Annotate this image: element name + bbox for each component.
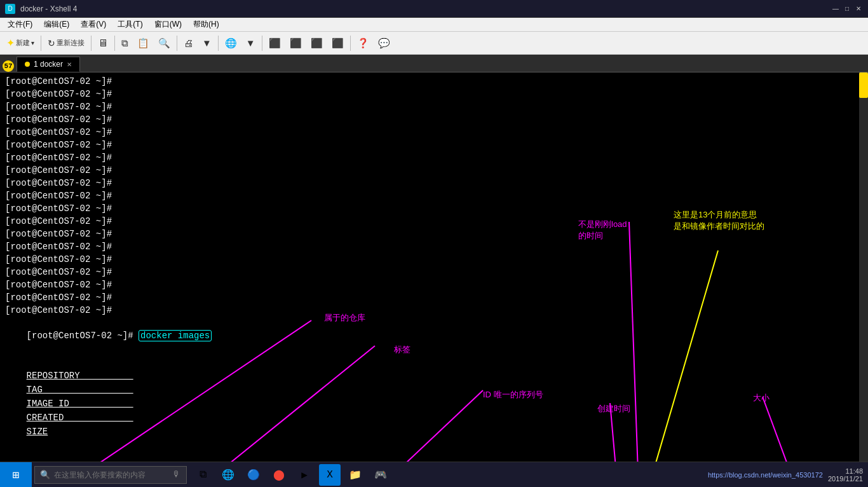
- terminal-line-1: [root@CentOS7-02 ~]#: [5, 75, 863, 88]
- col-created: CREATED: [27, 413, 133, 423]
- terminal-line-14: [root@CentOS7-02 ~]#: [5, 240, 863, 253]
- title-bar-left: D docker - Xshell 4: [5, 4, 77, 14]
- terminal-line-8: [root@CentOS7-02 ~]#: [5, 164, 863, 177]
- reconnect-button[interactable]: ↻ 重新连接: [44, 34, 88, 52]
- taskbar-icon-app3[interactable]: ▶: [294, 464, 315, 486]
- toolbar-icon-1[interactable]: 🖥: [94, 34, 112, 52]
- toolbar-icon-copy[interactable]: ⧉: [118, 34, 132, 52]
- toolbar-sep-1: [41, 36, 41, 51]
- taskbar-icon-app1[interactable]: 🔵: [243, 464, 264, 486]
- mic-icon: 🎙: [172, 470, 180, 479]
- new-button[interactable]: ✦ 新建 ▾: [3, 34, 38, 52]
- maximize-button[interactable]: □: [843, 4, 851, 13]
- taskbar-icon-browser[interactable]: 🌐: [217, 464, 239, 486]
- toolbar-help-button[interactable]: ❓: [353, 34, 373, 52]
- menu-help[interactable]: 帮助(H): [188, 18, 224, 31]
- start-button[interactable]: ⊞: [0, 462, 32, 488]
- terminal-line-17: [root@CentOS7-02 ~]#: [5, 278, 863, 291]
- close-button[interactable]: ✕: [854, 4, 863, 13]
- terminal-line-15: [root@CentOS7-02 ~]#: [5, 253, 863, 266]
- taskbar-icon-files[interactable]: 📁: [344, 464, 366, 486]
- toolbar-chat-button[interactable]: 💬: [374, 34, 394, 52]
- toolbar-icon-8[interactable]: ⬛: [307, 34, 327, 52]
- terminal-line-9: [root@CentOS7-02 ~]#: [5, 177, 863, 189]
- toolbar-icon-print[interactable]: 🖨: [180, 34, 197, 52]
- table-header: REPOSITORY TAG IMAGE ID CREATED SIZE: [5, 355, 863, 453]
- menu-edit[interactable]: 编辑(E): [39, 18, 74, 31]
- toolbar-sep-4: [177, 36, 177, 51]
- toolbar-sep-2: [91, 36, 92, 51]
- tab-label: 1 docker: [34, 60, 63, 69]
- terminal-line-6: [root@CentOS7-02 ~]#: [5, 139, 863, 151]
- terminal-line-12: [root@CentOS7-02 ~]#: [5, 215, 863, 228]
- terminal-line-4: [root@CentOS7-02 ~]#: [5, 113, 863, 126]
- title-bar: D docker - Xshell 4 — □ ✕: [0, 0, 868, 18]
- terminal[interactable]: [root@CentOS7-02 ~]# [root@CentOS7-02 ~]…: [0, 72, 868, 462]
- terminal-line-2: [root@CentOS7-02 ~]#: [5, 88, 863, 100]
- search-input[interactable]: [54, 470, 168, 479]
- toolbar-icon-paste[interactable]: 📋: [133, 34, 153, 52]
- toolbar-icon-5[interactable]: ▼: [242, 34, 259, 52]
- tab-indicator: [25, 62, 30, 67]
- window-controls[interactable]: — □ ✕: [831, 4, 863, 13]
- toolbar-sep-3: [114, 36, 115, 51]
- toolbar-icon-9[interactable]: ⬛: [328, 34, 348, 52]
- toolbar: ✦ 新建 ▾ ↻ 重新连接 🖥 ⧉ 📋 🔍 🖨 ▼ 🌐 ▼ ⬛ ⬛ ⬛ ⬛ ❓ …: [0, 32, 868, 55]
- toolbar-sep-6: [262, 36, 262, 51]
- scrollbar-thumb[interactable]: [859, 72, 868, 98]
- tab-close-button[interactable]: ✕: [67, 61, 72, 68]
- terminal-line-18: [root@CentOS7-02 ~]#: [5, 291, 863, 304]
- col-repository: REPOSITORY: [27, 371, 133, 381]
- taskbar-url: https://blog.csdn.net/weixin_4530172: [708, 471, 823, 479]
- col-size: SIZE: [27, 427, 48, 437]
- col-image-id: IMAGE ID: [27, 399, 133, 409]
- terminal-line-13: [root@CentOS7-02 ~]#: [5, 228, 863, 240]
- toolbar-icon-4[interactable]: ▼: [198, 34, 215, 52]
- terminal-line-7: [root@CentOS7-02 ~]#: [5, 151, 863, 164]
- terminal-command-line: [root@CentOS7-02 ~]# docker images: [5, 317, 863, 355]
- app-icon: D: [5, 4, 15, 14]
- taskbar-icon-app2[interactable]: ⬤: [268, 464, 290, 486]
- terminal-line-11: [root@CentOS7-02 ~]#: [5, 202, 863, 215]
- date-display: 2019/11/21: [828, 475, 863, 483]
- window-title: docker - Xshell 4: [20, 4, 77, 13]
- tab-bar: 57 1 docker ✕: [0, 55, 868, 72]
- menu-tools[interactable]: 工具(T): [112, 18, 147, 31]
- scrollbar[interactable]: [859, 72, 868, 462]
- tab-docker[interactable]: 1 docker ✕: [17, 57, 80, 72]
- taskbar-right: https://blog.csdn.net/weixin_4530172 11:…: [708, 467, 868, 483]
- terminal-line-16: [root@CentOS7-02 ~]#: [5, 266, 863, 278]
- toolbar-icon-web[interactable]: 🌐: [221, 34, 241, 52]
- toolbar-icon-6[interactable]: ⬛: [265, 34, 285, 52]
- taskbar-icon-xshell[interactable]: X: [319, 464, 341, 486]
- toolbar-icon-7[interactable]: ⬛: [286, 34, 306, 52]
- table-data-row: centos latest 75835a67d134 13 months ago…: [5, 453, 863, 462]
- taskbar: ⊞ 🔍 🎙 ⧉ 🌐 🔵 ⬤ ▶ X 📁 🎮 https://blog.csdn.…: [0, 462, 868, 487]
- clock: 11:48 2019/11/21: [828, 467, 863, 483]
- search-icon: 🔍: [40, 470, 50, 480]
- toolbar-icon-3[interactable]: 🔍: [154, 34, 174, 52]
- menu-bar: 文件(F) 编辑(E) 查看(V) 工具(T) 窗口(W) 帮助(H): [0, 18, 868, 32]
- terminal-line-10: [root@CentOS7-02 ~]#: [5, 189, 863, 202]
- taskbar-icon-task-view[interactable]: ⧉: [192, 464, 214, 486]
- search-bar[interactable]: 🔍 🎙: [34, 466, 187, 484]
- terminal-line-5: [root@CentOS7-02 ~]#: [5, 126, 863, 139]
- taskbar-icon-app4[interactable]: 🎮: [370, 464, 391, 486]
- col-tag: TAG: [27, 385, 133, 395]
- menu-window[interactable]: 窗口(W): [149, 18, 187, 31]
- minimize-button[interactable]: —: [831, 4, 840, 13]
- time-display: 11:48: [828, 467, 863, 475]
- menu-view[interactable]: 查看(V): [76, 18, 111, 31]
- docker-command: docker images: [139, 330, 212, 341]
- menu-file[interactable]: 文件(F): [3, 18, 37, 31]
- toolbar-sep-5: [218, 36, 219, 51]
- tab-number: 57: [3, 60, 14, 72]
- taskbar-icons: ⧉ 🌐 🔵 ⬤ ▶ X 📁 🎮: [192, 464, 391, 486]
- toolbar-sep-7: [350, 36, 351, 51]
- terminal-line-19: [root@CentOS7-02 ~]#: [5, 304, 863, 317]
- terminal-line-3: [root@CentOS7-02 ~]#: [5, 100, 863, 113]
